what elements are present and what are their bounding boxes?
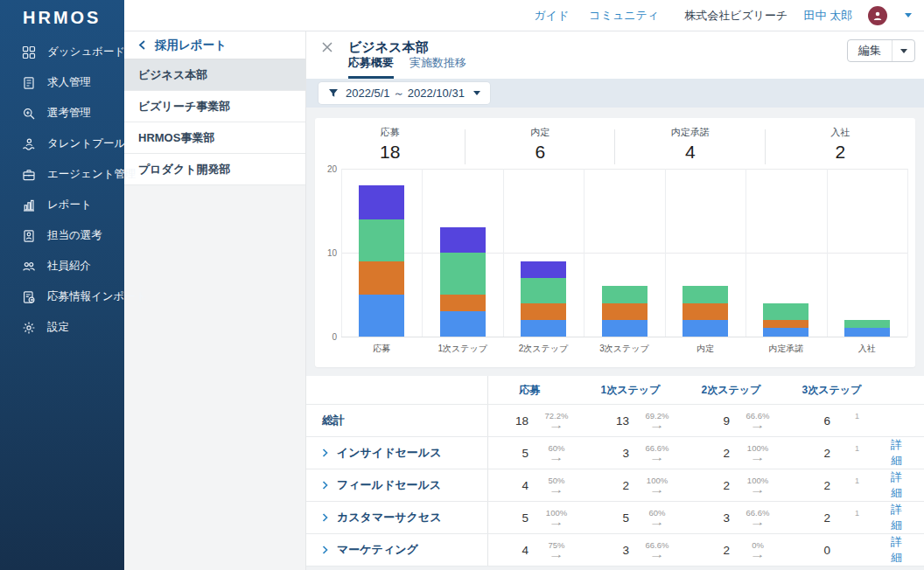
stage-cell: 21: [790, 502, 891, 533]
bar-segment-マーケティング[interactable]: [521, 261, 566, 278]
bar-segment-マーケティング[interactable]: [359, 185, 404, 219]
row-name-cell[interactable]: フィールドセールス: [306, 469, 488, 501]
row-expand-chevron-icon[interactable]: [322, 546, 329, 554]
tab-1[interactable]: 応募概要: [348, 55, 394, 79]
sidebar-item-10[interactable]: 設定: [0, 312, 124, 343]
transition-rate: 72.2%→: [528, 412, 584, 429]
bar-segment-インサイドセールス[interactable]: [359, 295, 404, 337]
stage-value: 5: [589, 511, 629, 525]
bar-segment-インサイドセールス[interactable]: [682, 320, 728, 337]
stage-cell: 366.6%→: [690, 502, 790, 533]
sidebar-item-4[interactable]: タレントプール: [0, 129, 124, 159]
bar-segment-カスタマーサクセス[interactable]: [359, 219, 404, 261]
stat-value: 4: [615, 142, 766, 163]
sidebar-item-label: タレントプール: [47, 136, 125, 151]
bar-segment-マーケティング[interactable]: [440, 227, 486, 253]
employee-referral-icon: [22, 260, 36, 274]
bar-segment-カスタマーサクセス[interactable]: [844, 320, 890, 329]
guide-link[interactable]: ガイド: [534, 8, 573, 24]
stage-cell: 21: [790, 469, 891, 501]
sidebar-item-7[interactable]: 担当の選考: [0, 220, 124, 251]
close-icon[interactable]: [321, 41, 333, 53]
gridline-x: [341, 169, 342, 337]
subnav-back-header[interactable]: 採用レポート: [124, 31, 305, 59]
date-range-filter[interactable]: 2022/5/1 ～ 2022/10/31: [318, 82, 490, 104]
sidebar-item-2[interactable]: 求人管理: [0, 67, 124, 98]
edit-button-label[interactable]: 編集: [848, 43, 892, 59]
table-row-total: 総計1872.2%→1369.2%→966.6%→61: [306, 405, 924, 437]
transition-arrow-icon: →: [549, 421, 564, 429]
row-name-cell[interactable]: マーケティング: [306, 534, 488, 566]
table-row: フィールドセールス450%→2100%→2100%→21詳細: [306, 469, 924, 502]
community-link[interactable]: コミュニティ: [589, 8, 663, 24]
table-column-header: 3次ステップ: [790, 383, 891, 398]
edit-menu-caret[interactable]: [892, 40, 914, 61]
table-column-header: 1次ステップ: [589, 383, 690, 398]
bar-segment-カスタマーサクセス[interactable]: [602, 286, 648, 302]
gridline-x: [827, 169, 828, 337]
transition-arrow-icon: →: [549, 518, 564, 526]
app-logo[interactable]: HRMOS: [0, 0, 124, 28]
detail-link[interactable]: 詳細: [891, 437, 913, 469]
stage-value: 4: [488, 479, 528, 492]
user-name[interactable]: 田中 太郎: [803, 8, 852, 24]
subnav-title: 採用レポート: [155, 38, 227, 53]
sidebar-item-9[interactable]: 応募情報インポート: [0, 282, 124, 312]
report-list-item-1[interactable]: ビジネス本部: [124, 59, 305, 91]
table-row: マーケティング475%→366.6%→20%→0詳細: [306, 534, 924, 567]
edit-split-button[interactable]: 編集: [847, 39, 915, 62]
bar-segment-インサイドセールス[interactable]: [602, 320, 648, 337]
x-axis-category-label: 2次ステップ: [519, 343, 569, 355]
row-expand-chevron-icon[interactable]: [322, 513, 329, 522]
row-name-cell[interactable]: インサイドセールス: [306, 437, 488, 469]
transition-rate: 60%→: [528, 444, 584, 462]
gridline-x: [907, 169, 908, 337]
bar-segment-インサイドセールス[interactable]: [763, 328, 808, 337]
bar-segment-カスタマーサクセス[interactable]: [440, 253, 486, 295]
detail-link[interactable]: 詳細: [891, 502, 913, 533]
bar-segment-カスタマーサクセス[interactable]: [682, 286, 728, 302]
bar-segment-フィールドセールス[interactable]: [359, 261, 404, 295]
bar-segment-インサイドセールス[interactable]: [440, 311, 486, 337]
sidebar-item-1[interactable]: ダッシュボード: [0, 37, 124, 67]
report-list-item-3[interactable]: HRMOS事業部: [124, 122, 305, 154]
clipped-next-column-value: 1: [855, 509, 859, 518]
bar-segment-フィールドセールス[interactable]: [602, 303, 648, 320]
transition-arrow-icon: →: [750, 551, 766, 559]
stage-value: 0: [790, 544, 830, 557]
stage-value: 3: [690, 511, 730, 525]
tab-2[interactable]: 実施数推移: [410, 55, 466, 79]
stage-cell: 2100%→: [690, 437, 790, 469]
bar-segment-カスタマーサクセス[interactable]: [521, 278, 566, 303]
detail-link[interactable]: 詳細: [891, 469, 913, 501]
sidebar-item-5[interactable]: エージェント管理: [0, 159, 124, 190]
bar-segment-フィールドセールス[interactable]: [521, 303, 566, 320]
stat-cell: 内定承諾 4: [615, 126, 766, 166]
bar-segment-フィールドセールス[interactable]: [763, 320, 808, 329]
primary-sidebar: HRMOS ダッシュボード 求人管理 選考管理 タレントプール エージェント管理…: [0, 0, 124, 570]
person-icon: [872, 10, 884, 22]
detail-cell: 詳細: [891, 502, 924, 533]
report-list-item-2[interactable]: ビズリーチ事業部: [124, 91, 305, 122]
talent-pool-icon: [22, 137, 36, 151]
row-name-cell[interactable]: カスタマーサクセス: [306, 502, 488, 533]
row-expand-chevron-icon[interactable]: [322, 448, 329, 457]
stage-cell: 21: [790, 437, 891, 469]
sidebar-item-3[interactable]: 選考管理: [0, 98, 124, 129]
bar-segment-インサイドセールス[interactable]: [844, 328, 890, 337]
detail-link[interactable]: 詳細: [891, 534, 913, 566]
bar-segment-インサイドセールス[interactable]: [521, 320, 566, 337]
bar-segment-フィールドセールス[interactable]: [440, 295, 486, 311]
job-management-icon: [22, 76, 36, 90]
sidebar-item-6[interactable]: レポート: [0, 190, 124, 220]
bar-segment-フィールドセールス[interactable]: [682, 303, 728, 320]
transition-arrow-icon: →: [750, 454, 766, 462]
report-list-item-4[interactable]: プロダクト開発部: [124, 154, 305, 185]
sidebar-item-8[interactable]: 社員紹介: [0, 251, 124, 282]
row-expand-chevron-icon[interactable]: [322, 481, 329, 490]
bar-segment-カスタマーサクセス[interactable]: [763, 303, 808, 320]
user-menu-caret-icon[interactable]: [905, 13, 912, 17]
row-name-cell[interactable]: 総計: [306, 405, 488, 436]
avatar[interactable]: [868, 6, 887, 25]
transition-arrow-icon: →: [549, 551, 564, 559]
